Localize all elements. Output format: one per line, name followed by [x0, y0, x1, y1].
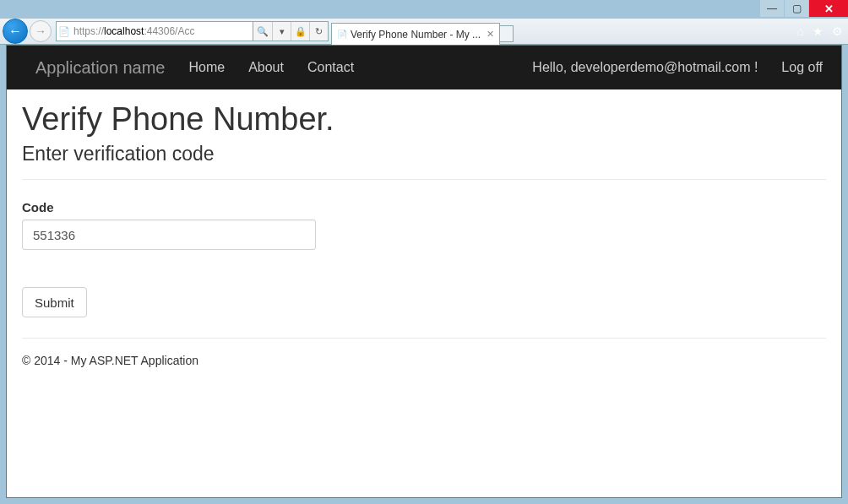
page-title: Verify Phone Number.: [22, 101, 826, 138]
home-icon[interactable]: ⌂: [797, 24, 804, 38]
address-controls: 🔍 ▾ 🔒 ↻: [253, 21, 329, 41]
favorites-icon[interactable]: ★: [813, 24, 824, 38]
browser-back-button[interactable]: ←: [3, 19, 28, 44]
window-minimize-button[interactable]: —: [760, 0, 784, 17]
user-greeting-link[interactable]: Hello, developerdemo@hotmail.com !: [532, 60, 758, 75]
window-titlebar: — ▢ ✕: [0, 0, 848, 19]
page-icon: 📄: [57, 26, 72, 37]
footer-text: © 2014 - My ASP.NET Application: [22, 354, 826, 367]
page-body: Verify Phone Number. Enter verification …: [7, 89, 841, 367]
divider: [22, 338, 826, 339]
address-bar[interactable]: 📄 https://localhost:44306/Acc: [56, 21, 253, 41]
nav-about[interactable]: About: [248, 60, 284, 75]
settings-icon[interactable]: ⚙: [832, 24, 843, 38]
submit-button[interactable]: Submit: [22, 287, 87, 317]
content-viewport: Application name Home About Contact Hell…: [6, 45, 842, 498]
toolbar-right: ⌂ ★ ⚙: [797, 24, 843, 38]
dropdown-icon[interactable]: ▾: [272, 22, 291, 41]
refresh-icon[interactable]: ↻: [309, 22, 328, 41]
logoff-link[interactable]: Log off: [781, 60, 823, 75]
window-close-button[interactable]: ✕: [809, 0, 848, 17]
lock-icon: 🔒: [291, 22, 309, 41]
brand-link[interactable]: Application name: [35, 58, 165, 78]
page-subtitle: Enter verification code: [22, 143, 826, 165]
code-input[interactable]: [22, 219, 316, 250]
search-icon[interactable]: 🔍: [253, 22, 272, 41]
tab-favicon: 📄: [337, 30, 347, 39]
browser-forward-button[interactable]: →: [30, 20, 52, 42]
browser-tab[interactable]: 📄 Verify Phone Number - My ... ✕: [331, 23, 500, 45]
browser-toolbar: ← → 📄 https://localhost:44306/Acc 🔍 ▾ 🔒 …: [0, 19, 848, 45]
new-tab-button[interactable]: [500, 25, 514, 42]
tab-title: Verify Phone Number - My ...: [351, 29, 481, 41]
app-navbar: Application name Home About Contact Hell…: [7, 46, 841, 89]
divider: [22, 179, 826, 180]
nav-contact[interactable]: Contact: [307, 60, 354, 75]
tab-close-icon[interactable]: ✕: [487, 29, 494, 40]
address-text: https://localhost:44306/Acc: [72, 25, 253, 37]
nav-home[interactable]: Home: [188, 60, 225, 75]
code-label: Code: [22, 200, 826, 214]
window-maximize-button[interactable]: ▢: [785, 0, 808, 17]
